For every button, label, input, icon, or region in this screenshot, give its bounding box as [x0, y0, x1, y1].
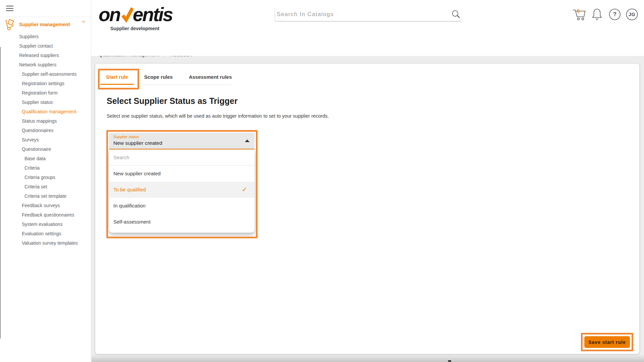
- page-description: Select one supplier status, which will b…: [107, 113, 329, 119]
- sidebar-item-questionnaire[interactable]: Questionnaire: [0, 144, 91, 154]
- check-icon: ✓: [242, 182, 247, 198]
- sidebar-item-qualification-management[interactable]: Qualification management: [0, 107, 91, 116]
- sidebar-item-base-data[interactable]: Base data: [0, 154, 91, 163]
- sidebar: Supplier management SuppliersSupplier co…: [0, 0, 91, 362]
- logo-text-prefix: on: [99, 3, 120, 25]
- sidebar-item-registration-form[interactable]: Registration form: [0, 88, 91, 98]
- screen-artifact: [448, 360, 451, 362]
- search-icon[interactable]: [451, 9, 461, 20]
- option-in-qualification[interactable]: In qualification ✓: [109, 198, 255, 214]
- chevron-down-icon: [81, 20, 86, 23]
- cart-badge: 6: [577, 8, 580, 14]
- tab-scope-rules[interactable]: Scope rules: [136, 69, 181, 84]
- help-icon[interactable]: ?: [607, 7, 622, 22]
- sidebar-item-criteria-set[interactable]: Criteria set: [0, 182, 91, 191]
- dropdown-options: New supplier created ✓ To be qualified ✓…: [109, 166, 255, 230]
- app-window: Supplier management SuppliersSupplier co…: [0, 0, 644, 362]
- avatar-initials: JG: [625, 7, 639, 22]
- logo-check-icon: [120, 7, 133, 22]
- sidebar-item-criteria[interactable]: Criteria: [0, 163, 91, 173]
- select-label: Supplier status: [113, 135, 139, 139]
- sidebar-item-supplier-contact[interactable]: Supplier contact: [0, 41, 91, 51]
- supplier-status-dropdown: New supplier created ✓ To be qualified ✓…: [109, 149, 255, 233]
- sidebar-item-released-suppliers[interactable]: Released suppliers: [0, 51, 91, 60]
- hand-truck-icon: [4, 19, 14, 30]
- sidebar-item-network-suppliers[interactable]: Network suppliers: [0, 60, 91, 69]
- page-title: Select Supplier Status as Trigger: [107, 96, 237, 106]
- bottom-fade: [92, 355, 644, 362]
- sidebar-item-registration-settings[interactable]: Registration settings: [0, 79, 91, 88]
- sidebar-items: SuppliersSupplier contactReleased suppli…: [0, 32, 91, 248]
- sidebar-item-surveys[interactable]: Surveys: [0, 135, 91, 144]
- sidebar-nav: Supplier management SuppliersSupplier co…: [0, 20, 91, 248]
- select-value: New supplier created: [113, 140, 162, 146]
- sidebar-item-supplier-status[interactable]: Supplier status: [0, 98, 91, 107]
- sidebar-item-evaluation-settings[interactable]: Evaluation settings: [0, 229, 91, 238]
- catalog-search: [275, 8, 461, 21]
- tab-assessment-rules[interactable]: Assessment rules: [181, 69, 240, 84]
- dropdown-search: [109, 149, 255, 166]
- content-card: Start ruleScope rulesAssessment rules Se…: [95, 64, 639, 354]
- sidebar-item-feedback-questionnaires[interactable]: Feedback questionnaires: [0, 210, 91, 220]
- tab-start-rule[interactable]: Start rule: [98, 69, 136, 84]
- sidebar-item-questionnaires[interactable]: Questionnaires: [0, 126, 91, 135]
- notifications-bell-icon[interactable]: [590, 7, 604, 22]
- supplier-status-select[interactable]: Supplier status New supplier created: [109, 133, 255, 149]
- sidebar-item-criteria-groups[interactable]: Criteria groups: [0, 173, 91, 182]
- cart-icon[interactable]: 6: [572, 7, 587, 22]
- sidebar-item-system-evaluations[interactable]: System evaluations: [0, 220, 91, 229]
- sidebar-root-label: Supplier management: [19, 22, 70, 27]
- caret-up-icon: [245, 139, 250, 142]
- sidebar-item-status-mappings[interactable]: Status mappings: [0, 116, 91, 126]
- option-new-supplier-created[interactable]: New supplier created ✓: [109, 166, 255, 182]
- window-edge-line: [0, 47, 1, 339]
- dropdown-search-input[interactable]: [109, 149, 255, 165]
- save-start-rule-button[interactable]: Save start rule: [584, 336, 630, 348]
- sidebar-item-criteria-set-template[interactable]: Criteria set template: [0, 191, 91, 201]
- sidebar-item-supplier-management[interactable]: Supplier management: [0, 20, 91, 29]
- sidebar-item-suppliers[interactable]: Suppliers: [0, 32, 91, 41]
- option-to-be-qualified[interactable]: To be qualified ✓: [109, 182, 255, 198]
- avatar[interactable]: JG: [625, 7, 639, 22]
- help-glyph: ?: [607, 7, 622, 22]
- onventis-logo[interactable]: on entis: [99, 3, 172, 26]
- sidebar-divider: [0, 17, 91, 17]
- sidebar-item-supplier-development[interactable]: Supplier development: [91, 24, 644, 56]
- hamburger-menu-icon[interactable]: [6, 6, 13, 11]
- option-self-assessment[interactable]: Self-assessment ✓: [109, 214, 255, 230]
- sidebar-item-feedback-surveys[interactable]: Feedback surveys: [0, 201, 91, 210]
- tab-bar: Start ruleScope rulesAssessment rules: [98, 69, 231, 85]
- catalog-search-input[interactable]: [275, 8, 461, 21]
- sidebar-item-valuation-survey-templates[interactable]: Valuation survey templates: [0, 238, 91, 248]
- sidebar-item-supplier-self-assessments[interactable]: Supplier self-assessments: [0, 69, 91, 79]
- logo-text-suffix: entis: [133, 3, 172, 25]
